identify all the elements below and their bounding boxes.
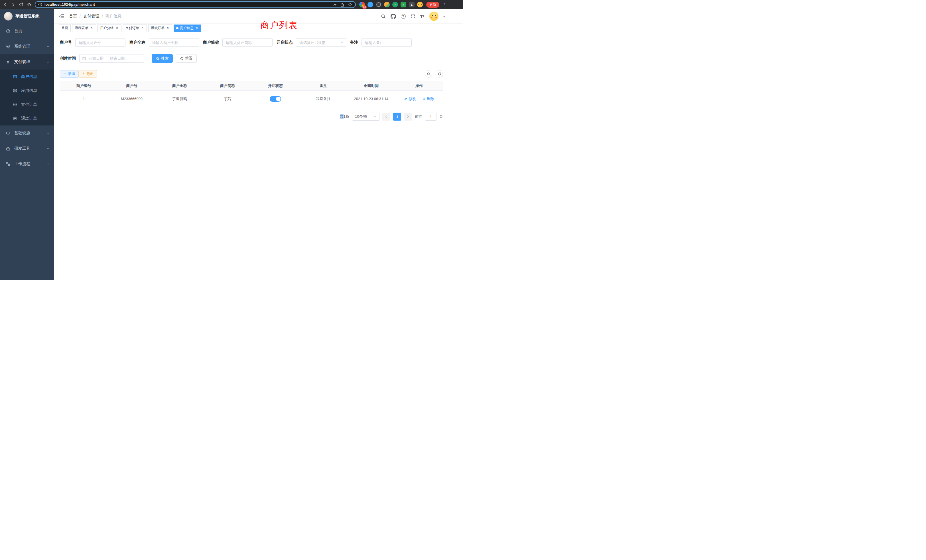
sidebar-item-workflow[interactable]: 工作流程 (0, 156, 54, 172)
bookmark-star-icon[interactable] (348, 2, 353, 7)
sidebar-item-label: 应用信息 (21, 88, 37, 93)
back-icon[interactable] (2, 1, 9, 8)
update-button[interactable]: 更新 (426, 2, 439, 8)
extension-icon-4[interactable] (384, 2, 390, 8)
add-button[interactable]: 新增 (60, 70, 79, 77)
pagination-total-prefix: 共 (340, 114, 343, 119)
short-name-input[interactable] (222, 38, 272, 47)
url-text[interactable]: localhost:1024/pay/merchant (44, 3, 95, 6)
app-logo[interactable]: 芋道管理系统 (0, 9, 54, 23)
extension-icon-1[interactable]: 10 (359, 2, 365, 8)
close-icon[interactable]: × (141, 26, 144, 30)
caret-down-icon[interactable]: ▾ (443, 15, 445, 18)
tags-view-bar: 首页 流程表单 × 用户分组 × 支付订单 × 退款订单 × 商户信息 × (54, 23, 463, 33)
tab-process-form[interactable]: 流程表单 × (72, 24, 96, 32)
chevron-up-icon (47, 61, 50, 64)
chevron-down-icon (374, 115, 377, 118)
forward-icon[interactable] (10, 1, 17, 8)
status-select[interactable] (296, 38, 346, 47)
column-header: 操作 (395, 81, 443, 91)
browser-menu-icon[interactable]: ⋮ (443, 3, 446, 6)
full-name-label: 商户全称 (129, 40, 149, 45)
home-icon[interactable] (26, 1, 32, 8)
cell-remark: 我是备注 (300, 91, 347, 107)
goto-page-input[interactable] (425, 113, 436, 121)
close-icon[interactable]: × (195, 26, 199, 30)
breadcrumb-payment[interactable]: 支付管理 (83, 14, 99, 19)
sidebar-item-label: 商户信息 (21, 74, 37, 79)
delete-link[interactable]: 删除 (422, 96, 434, 101)
yen-icon: ¥ (6, 60, 10, 64)
sidebar-item-system[interactable]: 系统管理 (0, 39, 54, 54)
sidebar-subitem-merchant-info[interactable]: 商户信息 (0, 70, 54, 83)
reset-button[interactable]: 重置 (176, 54, 197, 63)
user-avatar[interactable] (429, 12, 439, 21)
breadcrumb-home[interactable]: 首页 (69, 14, 77, 19)
github-icon[interactable] (390, 14, 396, 19)
help-icon[interactable]: ? (401, 14, 406, 19)
tab-user-group[interactable]: 用户分组 × (97, 24, 121, 32)
tab-pay-order[interactable]: 支付订单 × (123, 24, 147, 32)
sidebar-item-home[interactable]: 首页 (0, 23, 54, 39)
sidebar-item-label: 支付订单 (21, 102, 37, 107)
extension-icon-6[interactable]: ≡ (401, 2, 406, 8)
merchant-no-input[interactable] (75, 38, 126, 47)
fullscreen-icon[interactable] (410, 14, 415, 19)
full-name-input[interactable] (149, 38, 199, 47)
close-icon[interactable]: × (115, 26, 119, 30)
show-search-toggle-button[interactable] (425, 70, 432, 77)
share-icon[interactable] (340, 3, 344, 7)
chevron-down-icon (47, 147, 50, 150)
site-info-icon[interactable] (38, 3, 42, 6)
tab-refund-order[interactable]: 退款订单 × (148, 24, 172, 32)
url-bar[interactable]: localhost:1024/pay/merchant (35, 1, 356, 8)
filter-row-1: 商户号 商户全称 商户简称 开启状态 (60, 38, 443, 47)
sidebar-item-payment[interactable]: ¥ 支付管理 (0, 54, 54, 70)
remark-label: 备注 (350, 40, 362, 45)
extension-icon-5[interactable]: ✓ (392, 2, 398, 8)
short-name-label: 商户简称 (203, 40, 222, 45)
reload-icon[interactable] (18, 1, 24, 8)
close-icon[interactable]: × (166, 26, 169, 30)
dashboard-icon (6, 29, 10, 33)
browser-chrome: localhost:1024/pay/merchant 10 ✓ ≡ ▲ •‿•… (0, 0, 463, 9)
next-page-button[interactable] (404, 113, 412, 121)
table-toolbar: 新增 导出 (60, 70, 443, 77)
coin-icon (12, 102, 17, 107)
tab-home[interactable]: 首页 (59, 24, 71, 32)
export-button[interactable]: 导出 (79, 70, 97, 77)
prev-page-button[interactable] (382, 113, 390, 121)
calendar-icon (82, 56, 86, 61)
sidebar-item-devtools[interactable]: 研发工具 (0, 141, 54, 156)
cell-merchant-no: M233666999 (108, 91, 156, 107)
sidebar-subitem-app-info[interactable]: 应用信息 (0, 83, 54, 97)
create-time-range-picker[interactable]: 开始日期 - 结束日期 (79, 54, 144, 63)
edit-link[interactable]: 修改 (404, 96, 416, 101)
search-button[interactable]: 搜索 (152, 54, 173, 63)
hamburger-icon[interactable] (59, 14, 64, 19)
sidebar-item-infrastructure[interactable]: 基础设施 (0, 126, 54, 141)
sidebar: 芋道管理系统 首页 系统管理 ¥ 支付管理 (0, 9, 54, 280)
merchant-card-icon (12, 74, 17, 79)
page-number-1[interactable]: 1 (393, 113, 401, 121)
grid-icon (12, 88, 17, 93)
sidebar-subitem-pay-order[interactable]: 支付订单 (0, 97, 54, 112)
column-header: 商户全称 (156, 81, 204, 91)
column-header: 商户简称 (204, 81, 251, 91)
tab-merchant-info[interactable]: 商户信息 × (174, 24, 201, 32)
remark-input[interactable] (362, 38, 412, 47)
status-toggle[interactable] (270, 96, 281, 102)
font-size-icon[interactable]: TT (420, 14, 425, 18)
close-icon[interactable]: × (90, 26, 94, 30)
sidebar-subitem-refund-order[interactable]: 退款订单 (0, 112, 54, 126)
chevron-down-icon (47, 45, 50, 48)
search-icon[interactable] (381, 14, 386, 19)
password-key-icon[interactable] (332, 2, 337, 7)
extension-icon-3[interactable] (376, 2, 381, 8)
extension-icon-7[interactable]: ▲ (409, 2, 415, 8)
extension-icon-2[interactable] (368, 2, 373, 8)
page-size-select[interactable]: 10条/页 (352, 113, 380, 121)
extension-icon-8[interactable]: •‿• (417, 2, 423, 8)
breadcrumb-separator: / (80, 14, 81, 18)
refresh-button[interactable] (436, 70, 443, 77)
